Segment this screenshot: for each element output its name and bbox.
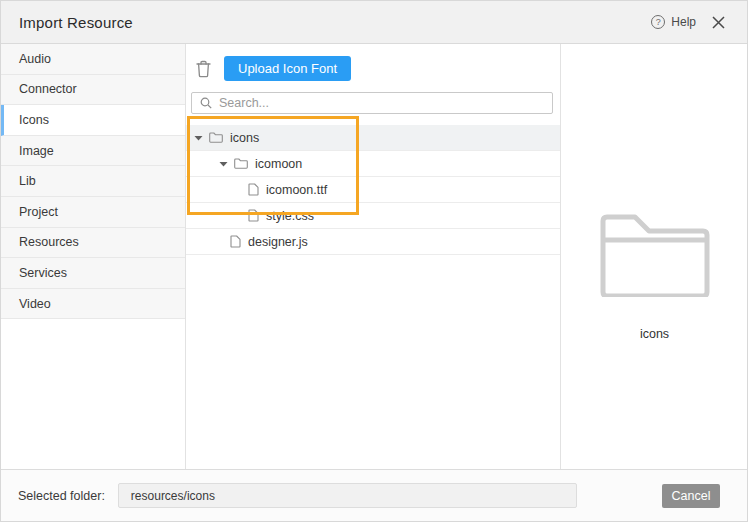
- preview-panel: icons: [562, 44, 747, 469]
- file-icon: [230, 235, 241, 248]
- preview-item-label: icons: [562, 327, 747, 341]
- file-icon: [248, 209, 259, 222]
- trash-icon: [196, 60, 211, 78]
- selected-folder-input[interactable]: [118, 483, 577, 508]
- sidebar-item-resources[interactable]: Resources: [1, 228, 185, 259]
- sidebar-item-project[interactable]: Project: [1, 197, 185, 228]
- close-icon: [712, 16, 725, 29]
- sidebar-item-video[interactable]: Video: [1, 289, 185, 320]
- dialog-footer: Selected folder: Cancel: [1, 469, 747, 521]
- tree-row-label: icons: [230, 131, 259, 145]
- caret-down-icon[interactable]: [219, 161, 228, 167]
- file-tree-panel: Upload Icon Font icons icomoon icomoon.t…: [186, 44, 561, 469]
- tree-row-folder-icomoon[interactable]: icomoon: [186, 151, 560, 177]
- tree-row-label: icomoon: [255, 157, 302, 171]
- sidebar-item-services[interactable]: Services: [1, 258, 185, 289]
- tree-row-file-icomoon-ttf[interactable]: icomoon.ttf: [186, 177, 560, 203]
- tree-row-label: designer.js: [248, 235, 308, 249]
- cancel-button[interactable]: Cancel: [662, 484, 720, 508]
- folder-icon: [209, 132, 223, 143]
- folder-icon: [600, 213, 710, 297]
- file-tree: icons icomoon icomoon.ttf style.css desi…: [186, 125, 560, 255]
- upload-icon-font-button[interactable]: Upload Icon Font: [224, 56, 351, 81]
- preview-folder-icon: [600, 213, 710, 301]
- file-icon: [248, 183, 259, 196]
- tree-row-label: icomoon.ttf: [266, 183, 327, 197]
- tree-row-folder-icons[interactable]: icons: [186, 125, 560, 151]
- caret-down-icon[interactable]: [194, 135, 203, 141]
- tree-row-file-designer-js[interactable]: designer.js: [186, 229, 560, 255]
- delete-button[interactable]: [194, 58, 213, 80]
- search-icon: [200, 97, 212, 109]
- folder-icon: [234, 158, 248, 169]
- help-button[interactable]: ? Help: [651, 15, 696, 29]
- tree-row-label: style.css: [266, 209, 314, 223]
- sidebar-item-icons[interactable]: Icons: [1, 105, 185, 136]
- tree-row-file-style-css[interactable]: style.css: [186, 203, 560, 229]
- header-actions: ? Help: [651, 15, 725, 29]
- sidebar-item-lib[interactable]: Lib: [1, 166, 185, 197]
- sidebar-item-image[interactable]: Image: [1, 136, 185, 167]
- selected-folder-label: Selected folder:: [18, 489, 105, 503]
- import-resource-dialog: Import Resource ? Help Audio Connector I…: [0, 0, 748, 522]
- dialog-header: Import Resource ? Help: [1, 1, 747, 44]
- help-icon: ?: [651, 15, 665, 29]
- category-sidebar: Audio Connector Icons Image Lib Project …: [1, 44, 186, 469]
- page-title: Import Resource: [19, 14, 133, 31]
- close-button[interactable]: [712, 16, 725, 29]
- sidebar-item-audio[interactable]: Audio: [1, 44, 185, 75]
- search-input[interactable]: [219, 96, 544, 110]
- search-box: [191, 92, 553, 114]
- tree-toolbar: Upload Icon Font: [186, 44, 560, 84]
- help-label: Help: [671, 15, 696, 29]
- sidebar-item-connector[interactable]: Connector: [1, 75, 185, 106]
